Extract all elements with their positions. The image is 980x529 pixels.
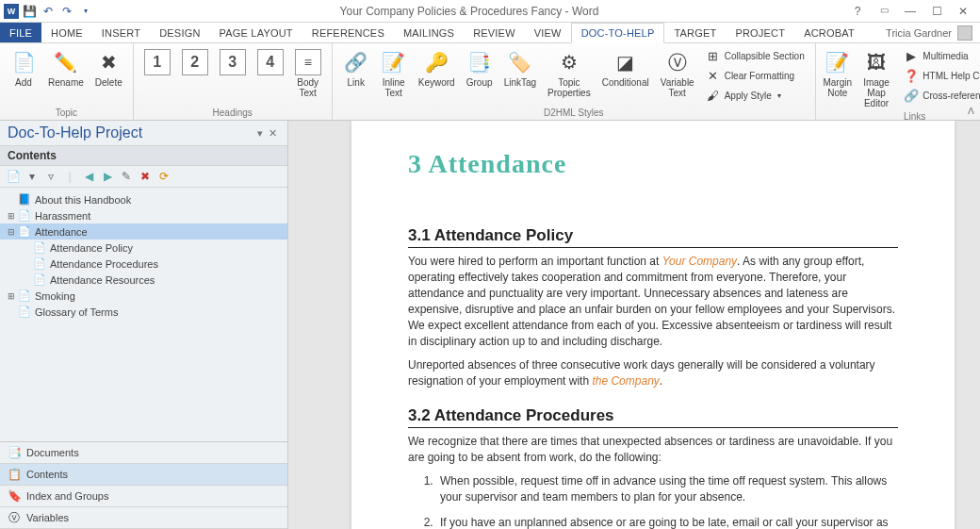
heading3-button[interactable]: 3 <box>215 46 251 78</box>
expand-icon[interactable]: ⊟ <box>6 227 17 237</box>
chapter-title: 3 Attendance <box>408 149 898 179</box>
delete-icon: ✖ <box>95 49 122 75</box>
panel-dropdown-icon[interactable]: ▾ <box>254 127 266 140</box>
heading1-button[interactable]: 1 <box>139 46 175 78</box>
tree-node[interactable]: 📄Attendance Procedures <box>0 256 287 272</box>
btab-contents[interactable]: 📋Contents <box>0 464 287 486</box>
tab-mailings[interactable]: MAILINGS <box>394 23 464 42</box>
help-icon[interactable]: ? <box>848 5 867 18</box>
document-page[interactable]: 3 Attendance 3.1 Attendance Policy You w… <box>351 121 955 529</box>
cross-reference-button[interactable]: 🔗Cross-reference▾ <box>899 86 980 105</box>
node-icon: 📄 <box>17 209 32 222</box>
toolbar-rename-icon[interactable]: ✎ <box>119 169 134 184</box>
redo-icon[interactable]: ↷ <box>58 3 75 20</box>
html-help-button[interactable]: ❓HTML Help Control <box>899 66 980 85</box>
tree-node[interactable]: 📄Glossary of Terms <box>0 304 287 320</box>
linktag-button[interactable]: 🏷️LinkTag <box>499 46 541 91</box>
node-icon: 📘 <box>17 193 32 206</box>
node-icon: 📄 <box>32 273 47 286</box>
tree-node[interactable]: ⊟📄Attendance <box>0 223 287 240</box>
ribbon-group-d2hml: 🔗Link 📝Inline Text 🔑Keyword 📑Group 🏷️Lin… <box>333 43 816 120</box>
tab-review[interactable]: REVIEW <box>464 23 525 42</box>
body-text-button[interactable]: ≡Body Text <box>290 46 326 101</box>
link-button[interactable]: 🔗Link <box>338 46 374 91</box>
tree-node[interactable]: 📄Attendance Resources <box>0 272 287 288</box>
keyword-button[interactable]: 🔑Keyword <box>414 46 460 91</box>
node-icon: 📄 <box>17 289 32 302</box>
image-map-icon: 🖼 <box>863 49 890 75</box>
tab-references[interactable]: REFERENCES <box>302 23 394 42</box>
toolbar-filter-icon[interactable]: ▿ <box>43 169 58 184</box>
user-name: Tricia Gardner <box>886 27 952 39</box>
conditional-button[interactable]: ◪Conditional <box>597 46 654 91</box>
btab-index[interactable]: 🔖Index and Groups <box>0 486 287 507</box>
tab-page-layout[interactable]: PAGE LAYOUT <box>210 23 302 42</box>
tree-node[interactable]: 📘About this Handbook <box>0 191 287 207</box>
margin-note-icon: 📝 <box>825 49 851 75</box>
multimedia-button[interactable]: ▶Multimedia <box>899 46 980 65</box>
maximize-icon[interactable]: ☐ <box>927 5 946 18</box>
project-panel: Doc-To-Help Project ▾ ✕ Contents 📄 ▾ ▿ |… <box>0 121 288 529</box>
tab-target[interactable]: Target <box>664 23 726 42</box>
multimedia-icon: ▶ <box>904 48 919 63</box>
tab-design[interactable]: DESIGN <box>150 23 209 42</box>
inline-text-button[interactable]: 📝Inline Text <box>376 46 412 101</box>
apply-style-icon: 🖌 <box>706 88 721 103</box>
btab-variables[interactable]: ⓥVariables <box>0 507 287 529</box>
qat-dropdown-icon[interactable]: ▾ <box>77 3 94 20</box>
save-icon[interactable]: 💾 <box>21 3 38 20</box>
contents-icon: 📋 <box>8 468 21 481</box>
tab-file[interactable]: FILE <box>0 23 41 42</box>
plus-doc-icon: 📄 <box>10 49 37 75</box>
toolbar-new-icon[interactable]: 📄 <box>6 169 21 184</box>
group-button[interactable]: 📑Group <box>462 46 498 91</box>
group-label-headings: Headings <box>139 107 326 120</box>
tab-view[interactable]: VIEW <box>525 23 571 42</box>
tree-node[interactable]: ⊞📄Smoking <box>0 288 287 304</box>
document-area[interactable]: 3 Attendance 3.1 Attendance Policy You w… <box>288 121 980 529</box>
clear-formatting-button[interactable]: ✕Clear Formatting <box>701 66 809 85</box>
heading4-button[interactable]: 4 <box>253 46 288 78</box>
variable-text-button[interactable]: ⓥVariable Text <box>656 46 699 101</box>
node-label: Attendance Procedures <box>50 258 158 270</box>
rename-icon: ✏️ <box>53 49 79 75</box>
toolbar-delete-icon[interactable]: ✖ <box>138 169 153 184</box>
tree-node[interactable]: 📄Attendance Policy <box>0 240 287 256</box>
toolbar-down-icon[interactable]: ▾ <box>24 169 40 184</box>
ribbon-group-topic: 📄Add ✏️Rename ✖Delete Topic <box>0 43 134 120</box>
tab-acrobat[interactable]: ACROBAT <box>794 23 864 42</box>
tab-home[interactable]: HOME <box>41 23 92 42</box>
node-icon: 📄 <box>17 306 32 318</box>
delete-topic-button[interactable]: ✖Delete <box>90 46 127 91</box>
tree-node[interactable]: ⊞📄Harassment <box>0 207 287 223</box>
heading2-button[interactable]: 2 <box>177 46 213 78</box>
expand-icon[interactable]: ⊞ <box>6 291 17 301</box>
toolbar-right-icon[interactable]: ▶ <box>100 169 115 184</box>
margin-note-button[interactable]: 📝Margin Note <box>822 46 854 101</box>
section1-para2: Unreported absences of three consecutive… <box>408 357 898 389</box>
expand-icon[interactable]: ⊞ <box>6 211 17 221</box>
add-topic-button[interactable]: 📄Add <box>6 46 41 91</box>
undo-icon[interactable]: ↶ <box>40 3 57 20</box>
user-area[interactable]: Tricia Gardner <box>878 23 980 42</box>
avatar-icon <box>957 25 972 41</box>
toolbar-left-icon[interactable]: ◀ <box>81 169 96 184</box>
tab-project[interactable]: Project <box>726 23 794 42</box>
html-help-icon: ❓ <box>904 68 919 83</box>
panel-close-icon[interactable]: ✕ <box>266 127 280 140</box>
minimize-icon[interactable]: — <box>901 5 920 18</box>
topic-properties-button[interactable]: ⚙Topic Properties <box>543 46 596 101</box>
tab-doc-to-help[interactable]: Doc-To-Help <box>571 23 665 43</box>
btab-documents[interactable]: 📑Documents <box>0 442 287 464</box>
rename-topic-button[interactable]: ✏️Rename <box>43 46 89 91</box>
toolbar-refresh-icon[interactable]: ⟳ <box>156 169 172 184</box>
apply-style-button[interactable]: 🖌Apply Style▾ <box>701 86 809 105</box>
collapse-ribbon-icon[interactable]: ᐱ <box>968 106 974 116</box>
image-map-button[interactable]: 🖼Image Map Editor <box>856 46 898 111</box>
collapsible-section-button[interactable]: ⊞Collapsible Section <box>701 46 809 65</box>
ribbon-options-icon[interactable]: ▭ <box>874 5 893 18</box>
close-icon[interactable]: ✕ <box>954 5 972 18</box>
documents-icon: 📑 <box>8 446 21 459</box>
inline-text-icon: 📝 <box>381 49 407 75</box>
tab-insert[interactable]: INSERT <box>92 23 150 42</box>
